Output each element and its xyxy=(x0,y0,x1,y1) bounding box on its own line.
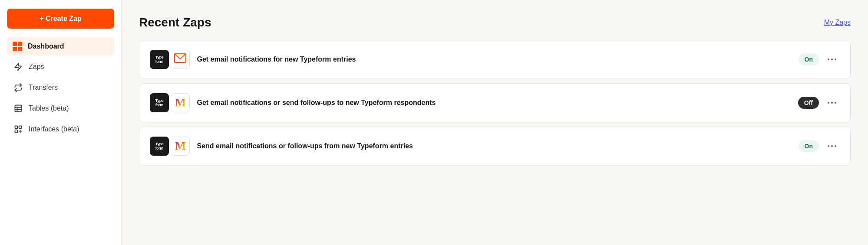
table-row: Typeform M Get email notifications or se… xyxy=(139,83,851,122)
svg-point-9 xyxy=(828,59,829,60)
zap-app-icons: Typeform M xyxy=(150,137,190,156)
zap-name: Get email notifications or send follow-u… xyxy=(197,99,791,107)
zap-app-icons: Typeform M xyxy=(150,93,190,112)
svg-point-12 xyxy=(828,102,829,104)
gmail-icon: M xyxy=(171,137,190,156)
svg-point-16 xyxy=(831,145,833,147)
create-zap-button[interactable]: + Create Zap xyxy=(7,9,114,29)
sidebar-item-label-interfaces: Interfaces (beta) xyxy=(29,125,79,133)
toggle-on-button[interactable]: On xyxy=(799,53,819,65)
transfers-arrows-icon xyxy=(13,82,23,93)
zap-list: Typeform Get email notifications for new… xyxy=(139,40,851,169)
sidebar-item-dashboard[interactable]: Dashboard xyxy=(7,37,114,56)
more-options-button[interactable] xyxy=(824,144,840,149)
sidebar-item-tables[interactable]: Tables (beta) xyxy=(7,99,114,118)
main-header: Recent Zaps My Zaps xyxy=(139,16,851,29)
tables-icon xyxy=(13,103,23,114)
sidebar-item-zaps[interactable]: Zaps xyxy=(7,57,114,76)
zap-toggle: On xyxy=(799,140,840,152)
svg-point-13 xyxy=(831,102,833,104)
sidebar-item-label-zaps: Zaps xyxy=(29,63,44,71)
svg-rect-5 xyxy=(15,126,18,129)
zap-name: Send email notifications or follow-ups f… xyxy=(197,142,791,150)
svg-point-14 xyxy=(835,102,836,104)
sidebar-item-label-dashboard: Dashboard xyxy=(28,42,64,50)
more-options-button[interactable] xyxy=(824,100,840,105)
sidebar: + Create Zap Dashboard Zaps xyxy=(0,0,122,245)
svg-marker-0 xyxy=(15,63,22,71)
main-content: Recent Zaps My Zaps Typeform xyxy=(122,0,868,245)
toggle-on-button[interactable]: On xyxy=(799,140,819,152)
zap-toggle: Off xyxy=(798,97,840,109)
svg-rect-7 xyxy=(15,130,18,133)
my-zaps-link[interactable]: My Zaps xyxy=(824,19,851,26)
svg-rect-1 xyxy=(15,105,22,112)
sidebar-item-interfaces[interactable]: Interfaces (beta) xyxy=(7,120,114,139)
sidebar-item-label-transfers: Transfers xyxy=(29,84,58,91)
table-row: Typeform M Send email notifications or f… xyxy=(139,127,851,166)
svg-point-17 xyxy=(835,145,836,147)
zap-lightning-icon xyxy=(13,62,23,72)
sidebar-item-label-tables: Tables (beta) xyxy=(29,105,69,112)
gmail-icon: M xyxy=(171,93,190,112)
typeform-icon: Typeform xyxy=(150,50,169,69)
more-options-button[interactable] xyxy=(824,57,840,62)
typeform-icon: Typeform xyxy=(150,93,169,112)
table-row: Typeform Get email notifications for new… xyxy=(139,40,851,79)
zap-app-icons: Typeform xyxy=(150,50,190,69)
svg-point-15 xyxy=(828,145,829,147)
zap-toggle: On xyxy=(799,53,840,65)
interfaces-icon xyxy=(13,124,23,134)
svg-point-10 xyxy=(831,59,833,60)
email-icon xyxy=(171,50,190,69)
svg-rect-6 xyxy=(19,126,22,129)
svg-point-11 xyxy=(835,59,836,60)
toggle-off-button[interactable]: Off xyxy=(798,97,819,109)
dashboard-icon xyxy=(13,42,23,51)
sidebar-item-transfers[interactable]: Transfers xyxy=(7,78,114,97)
page-title: Recent Zaps xyxy=(139,16,211,29)
zap-name: Get email notifications for new Typeform… xyxy=(197,56,791,63)
typeform-icon: Typeform xyxy=(150,137,169,156)
